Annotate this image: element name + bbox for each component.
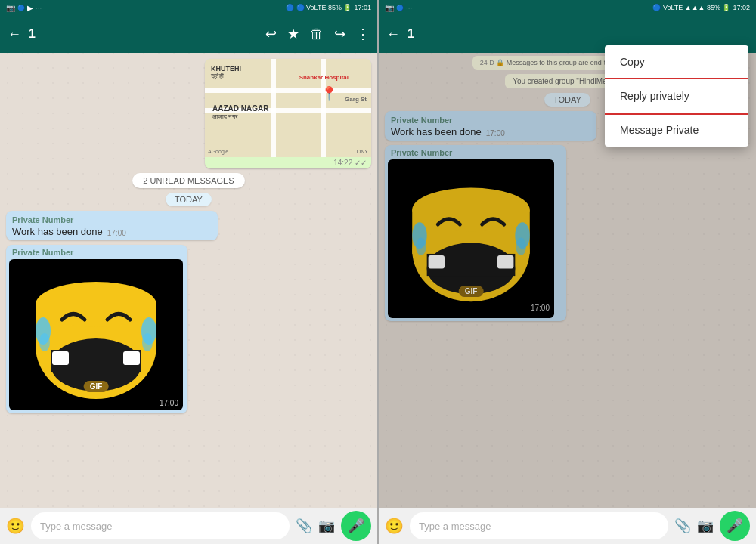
svg-point-8 — [39, 333, 50, 351]
message-private-menu-item[interactable]: Message Private — [605, 113, 748, 147]
status-left-right: 📷 🔵 ··· — [385, 4, 412, 12]
status-bar-left: 📷 🔵 ▶ ··· 🔵 🔵 VoLTE 85% 🔋 17:01 — [0, 0, 377, 15]
message-input-right[interactable]: Type a message — [410, 512, 668, 539]
emoji-icon-left[interactable]: 🙂 — [6, 517, 25, 535]
input-placeholder-right: Type a message — [419, 521, 491, 532]
back-button-right[interactable]: ← — [386, 26, 400, 42]
emoji-icon-right[interactable]: 🙂 — [385, 517, 404, 535]
dot-icon-right: 🔵 — [396, 5, 404, 11]
hospital-label: Shankar Hospital — [299, 74, 349, 81]
gif-badge-left: GIF — [84, 381, 109, 392]
back-button-left[interactable]: ← — [8, 26, 21, 42]
dot-icon: 🔵 — [17, 5, 25, 11]
map-bubble: KHUTEHI खुतेही Shankar Hospital 📍 AAZAD … — [205, 59, 371, 168]
svg-rect-5 — [52, 351, 69, 365]
top-bar-actions-left: ↩ ★ 🗑 ↪ ⋮ — [265, 26, 370, 42]
svg-rect-6 — [123, 351, 140, 365]
dots-icon: ··· — [36, 4, 42, 12]
gif-time-left: 17:00 — [160, 399, 178, 407]
attach-icon-left[interactable]: 📎 — [296, 518, 312, 534]
bluetooth-icon: 🔵 — [286, 4, 294, 11]
aazad-label: AAZAD NAGAR — [212, 104, 268, 113]
gif-bubble-left[interactable]: Private Number — [6, 245, 187, 413]
star-icon[interactable]: ★ — [287, 26, 299, 42]
message-input-left[interactable]: Type a message — [31, 512, 290, 539]
input-bar-right: 🙂 Type a message 📎 📷 🎤 — [379, 508, 756, 544]
right-panel: 📷 🔵 ··· 🔵 VoLTE ▲▲▲ 85% 🔋 17:02 ← 1 24 D… — [379, 0, 756, 544]
reply-icon[interactable]: ↩ — [265, 26, 277, 42]
khutehi-hindi: खुतेही — [211, 73, 224, 80]
copy-menu-item[interactable]: Copy — [605, 45, 748, 79]
status-left-icons: 📷 🔵 ▶ ··· — [6, 4, 42, 12]
msg-text-row-left: Work has been done 17:00 — [12, 226, 212, 237]
input-bar-left: 🙂 Type a message 📎 📷 🎤 — [0, 508, 377, 544]
forward-icon[interactable]: ↪ — [334, 26, 345, 42]
google-label: AGoogle — [208, 149, 228, 154]
map-content: KHUTEHI खुतेही Shankar Hospital 📍 AAZAD … — [205, 59, 371, 157]
reply-privately-menu-item[interactable]: Reply privately — [605, 79, 748, 113]
msg-text-left: Work has been done — [12, 226, 103, 237]
mic-icon-right: 🎤 — [727, 518, 743, 534]
gang-st-label: Garg St — [345, 96, 367, 103]
mic-button-right[interactable]: 🎤 — [720, 511, 750, 541]
more-icon[interactable]: ⋮ — [356, 26, 370, 42]
message-bubble-left[interactable]: Private Number Work has been done 17:00 — [6, 211, 218, 240]
camera-input-icon-right[interactable]: 📷 — [697, 518, 714, 534]
signal-text-right: VoLTE ▲▲▲ 85% 🔋 — [663, 4, 731, 11]
mic-icon-left: 🎤 — [348, 518, 364, 534]
count-left: 1 — [29, 27, 36, 41]
time-right: 17:02 — [733, 4, 750, 11]
map-time: 14:22 ✓✓ — [205, 157, 371, 168]
left-panel: 📷 🔵 ▶ ··· 🔵 🔵 VoLTE 85% 🔋 17:01 ← 1 ↩ ★ … — [0, 0, 377, 544]
mic-button-left[interactable]: 🎤 — [341, 511, 371, 541]
khutehi-label: KHUTEHI — [211, 65, 241, 73]
gif-sender-left: Private Number — [9, 248, 184, 259]
map-pin: 📍 — [321, 85, 337, 102]
context-menu: Copy Reply privately Message Private — [605, 45, 748, 147]
unread-badge: 2 UNREAD MESSAGES — [132, 173, 244, 188]
camera-icon: 📷 — [6, 4, 15, 12]
delete-icon[interactable]: 🗑 — [310, 26, 324, 42]
map-suffix: ONY — [357, 149, 368, 154]
attach-icon-right[interactable]: 📎 — [674, 518, 691, 534]
time-left: 17:01 — [354, 4, 371, 11]
input-placeholder-left: Type a message — [40, 521, 112, 532]
status-right: 🔵 🔵 VoLTE 85% 🔋 17:01 — [286, 4, 371, 11]
camera-icon-right: 📷 — [385, 4, 394, 12]
status-right-right: 🔵 VoLTE ▲▲▲ 85% 🔋 17:02 — [652, 4, 750, 11]
play-icon: ▶ — [27, 4, 33, 12]
svg-point-10 — [142, 333, 153, 351]
signal-text: 🔵 VoLTE 85% 🔋 — [296, 4, 352, 11]
bluetooth-icon-right: 🔵 — [652, 4, 661, 11]
chat-area-left: KHUTEHI खुतेही Shankar Hospital 📍 AAZAD … — [0, 53, 377, 508]
aazad-hindi: आज़ाद नगर — [212, 113, 237, 121]
msg-sender-left: Private Number — [12, 215, 212, 224]
count-right: 1 — [407, 27, 414, 41]
svg-point-2 — [36, 282, 156, 327]
dots-right: ··· — [406, 4, 412, 12]
camera-input-icon-left[interactable]: 📷 — [318, 518, 335, 534]
gif-container-left: GIF 17:00 — [9, 259, 183, 410]
msg-time-left: 17:00 — [107, 229, 126, 237]
top-bar-left: ← 1 ↩ ★ 🗑 ↪ ⋮ — [0, 15, 377, 53]
status-bar-right: 📷 🔵 ··· 🔵 VoLTE ▲▲▲ 85% 🔋 17:02 — [379, 0, 756, 15]
today-badge-left: TODAY — [166, 193, 212, 206]
